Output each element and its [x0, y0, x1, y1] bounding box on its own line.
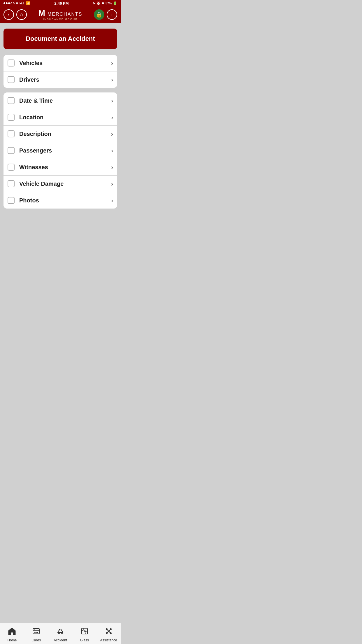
- checkbox-witnesses[interactable]: [8, 164, 15, 171]
- checkbox-date-time[interactable]: [8, 97, 15, 104]
- chevron-passengers: ›: [111, 147, 113, 154]
- checkbox-passengers[interactable]: [8, 147, 15, 154]
- item-label-vehicle-damage: Vehicle Damage: [19, 181, 111, 187]
- item-label-drivers: Drivers: [19, 76, 111, 83]
- location-icon: ➤: [93, 1, 95, 5]
- logo-subtitle: INSURANCE GROUP: [43, 18, 78, 21]
- carrier-label: AT&T: [16, 1, 25, 5]
- status-right: ➤ ⏰ ✱ 57% 🔋: [93, 1, 117, 5]
- checklist-item-date-time[interactable]: Date & Time ›: [3, 92, 117, 109]
- checklist-item-vehicles[interactable]: Vehicles ›: [3, 55, 117, 71]
- info-button[interactable]: i: [107, 9, 117, 20]
- battery-icon: 🔋: [113, 1, 117, 5]
- chevron-description: ›: [111, 131, 113, 137]
- checklist-item-location[interactable]: Location ›: [3, 109, 117, 126]
- dot2: [6, 2, 8, 4]
- chevron-location: ›: [111, 114, 113, 121]
- checklist-item-vehicle-damage[interactable]: Vehicle Damage ›: [3, 176, 117, 192]
- checkbox-description[interactable]: [8, 130, 15, 137]
- checklist-item-description[interactable]: Description ›: [3, 126, 117, 142]
- dot4: [10, 2, 12, 4]
- home-button[interactable]: ⌂: [16, 9, 27, 20]
- chevron-vehicle-damage: ›: [111, 181, 113, 187]
- checkbox-drivers[interactable]: [8, 76, 15, 83]
- nav-logo: M MERCHANTS INSURANCE GROUP: [38, 8, 82, 21]
- checkbox-location[interactable]: [8, 114, 15, 121]
- item-label-date-time: Date & Time: [19, 97, 111, 104]
- nav-left-buttons: ‹ ⌂: [3, 9, 27, 20]
- bluetooth-icon: ✱: [102, 1, 104, 5]
- lock-icon: 🔒: [96, 11, 102, 18]
- checkbox-vehicle-damage[interactable]: [8, 180, 15, 187]
- item-label-location: Location: [19, 114, 111, 121]
- dot5: [13, 2, 15, 4]
- checklist-item-witnesses[interactable]: Witnesses ›: [3, 159, 117, 176]
- alarm-icon: ⏰: [96, 1, 101, 5]
- checklist-item-photos[interactable]: Photos ›: [3, 192, 117, 209]
- main-content: Document an Accident Vehicles › Drivers …: [0, 23, 121, 237]
- chevron-date-time: ›: [111, 97, 113, 104]
- wifi-icon: 📶: [26, 1, 30, 5]
- dot3: [8, 2, 10, 4]
- group1-card: Vehicles › Drivers ›: [3, 55, 117, 88]
- document-accident-button[interactable]: Document an Accident: [3, 29, 117, 49]
- checkbox-vehicles[interactable]: [8, 60, 15, 66]
- item-label-vehicles: Vehicles: [19, 60, 111, 66]
- item-label-passengers: Passengers: [19, 147, 111, 154]
- lock-button[interactable]: 🔒: [94, 9, 104, 20]
- nav-right-buttons: 🔒 i: [94, 9, 117, 20]
- status-bar: AT&T 📶 2:46 PM ➤ ⏰ ✱ 57% 🔋: [0, 0, 121, 6]
- nav-bar: ‹ ⌂ M MERCHANTS INSURANCE GROUP 🔒 i: [0, 6, 121, 23]
- item-label-photos: Photos: [19, 197, 111, 204]
- chevron-photos: ›: [111, 197, 113, 204]
- logo-text: M MERCHANTS: [38, 8, 82, 18]
- signal-dots: [3, 2, 15, 4]
- checklist-item-passengers[interactable]: Passengers ›: [3, 142, 117, 159]
- info-icon: i: [111, 12, 113, 17]
- status-time: 2:46 PM: [54, 1, 68, 6]
- item-label-description: Description: [19, 131, 111, 137]
- chevron-vehicles: ›: [111, 60, 113, 66]
- status-left: AT&T 📶: [3, 1, 30, 5]
- battery-label: 57%: [106, 1, 112, 5]
- item-label-witnesses: Witnesses: [19, 164, 111, 171]
- group2-card: Date & Time › Location › Description › P…: [3, 92, 117, 209]
- chevron-witnesses: ›: [111, 164, 113, 171]
- chevron-drivers: ›: [111, 76, 113, 83]
- checkbox-photos[interactable]: [8, 197, 15, 204]
- checklist-item-drivers[interactable]: Drivers ›: [3, 71, 117, 88]
- back-button[interactable]: ‹: [3, 9, 14, 20]
- dot1: [3, 2, 5, 4]
